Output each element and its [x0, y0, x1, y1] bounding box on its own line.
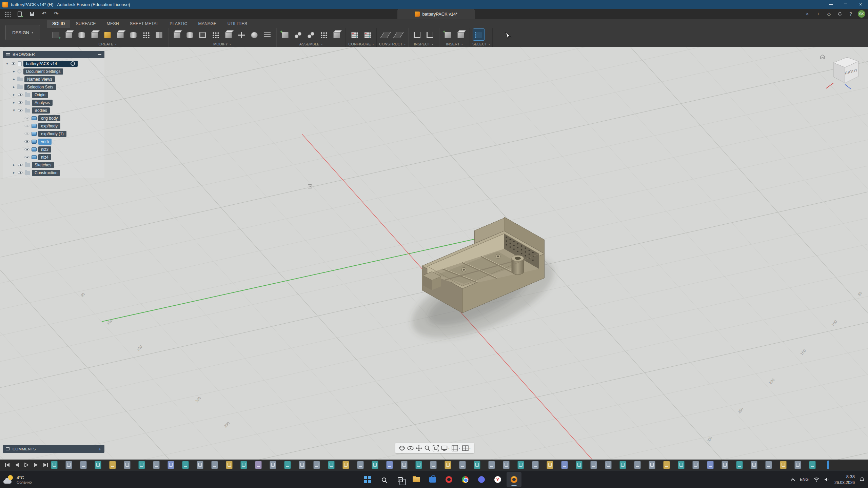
select-tool-icon[interactable]	[473, 29, 485, 40]
volume-icon[interactable]	[824, 477, 830, 482]
timeline-feature-fillet-28[interactable]	[445, 461, 451, 469]
tree-caret-icon[interactable]: ▾	[5, 61, 9, 66]
browser-item-construction[interactable]: ▸Construction	[3, 169, 104, 177]
timeline-feature-extrude-22[interactable]	[357, 461, 364, 469]
tree-caret-icon[interactable]: ▾	[12, 108, 16, 113]
battery-pack-model[interactable]	[401, 217, 565, 354]
timeline-feature-extrude-19[interactable]	[313, 461, 320, 469]
visibility-eye-icon[interactable]	[24, 147, 30, 152]
maximize-button[interactable]	[838, 0, 853, 9]
browser-item-niz4[interactable]: niz4	[3, 153, 104, 161]
section-analysis-icon[interactable]	[424, 29, 436, 40]
close-button[interactable]: ×	[853, 0, 868, 9]
visibility-eye-icon[interactable]	[17, 92, 23, 97]
timeline-feature-combine-24[interactable]	[386, 461, 393, 469]
item-label[interactable]: Document Settings	[23, 68, 63, 75]
group-label-modify[interactable]: MODIFY▾	[171, 41, 274, 47]
add-comment-icon[interactable]: +	[98, 446, 101, 452]
visibility-eye-icon[interactable]	[24, 139, 30, 144]
tab-mesh[interactable]: MESH	[102, 20, 124, 28]
timeline-feature-extrude-52[interactable]	[794, 461, 801, 469]
timeline-feature-fillet-43[interactable]	[663, 461, 670, 469]
timeline-feature-extrude-29[interactable]	[459, 461, 466, 469]
browser-item-sketches[interactable]: ▸Sketches	[3, 161, 104, 169]
timeline-feature-extrude-32[interactable]	[503, 461, 510, 469]
timeline-feature-extrude-11[interactable]	[197, 461, 203, 469]
shell-icon[interactable]	[197, 29, 209, 40]
search-button[interactable]	[376, 472, 391, 487]
extrude-icon[interactable]	[63, 29, 75, 40]
browser-item-analysis[interactable]: ▸Analysis	[3, 99, 104, 106]
timeline-feature-extrude-3[interactable]	[80, 461, 87, 469]
tree-caret-icon[interactable]: ▸	[12, 93, 16, 97]
browser-item-origin[interactable]: ▸Origin	[3, 91, 104, 99]
item-label[interactable]: Sketches	[32, 162, 54, 168]
insert-derive-icon[interactable]	[442, 29, 454, 40]
tree-caret-icon[interactable]: ▸	[12, 163, 16, 167]
go-to-end-button[interactable]	[42, 462, 49, 468]
tree-caret-icon[interactable]: ▸	[12, 69, 16, 74]
language-indicator[interactable]: ENG	[800, 477, 809, 482]
browser-item-named-views[interactable]: ▸Named Views	[3, 75, 104, 83]
item-label[interactable]: Named Views	[24, 76, 55, 82]
opera-button[interactable]	[441, 472, 456, 487]
measure-icon[interactable]	[411, 29, 423, 40]
document-tab[interactable]: batteryPACK v14*	[397, 9, 475, 19]
tab-solid[interactable]: SOLID	[47, 20, 70, 28]
timeline-position-marker[interactable]	[827, 461, 829, 469]
item-label[interactable]: exp/body	[38, 123, 60, 129]
go-to-start-button[interactable]	[4, 462, 11, 468]
group-label-inspect[interactable]: INSPECT▾	[411, 41, 436, 47]
visibility-eye-icon[interactable]	[11, 61, 16, 66]
timeline-feature-fillet-21[interactable]	[342, 461, 349, 469]
visibility-eye-icon[interactable]	[24, 123, 30, 128]
item-label[interactable]: verh	[38, 139, 52, 145]
timeline-feature-sketch-40[interactable]	[619, 461, 626, 469]
timeline-feature-sketch-1[interactable]	[51, 461, 58, 469]
save-button[interactable]	[27, 10, 37, 18]
visibility-eye-icon[interactable]	[24, 155, 30, 160]
help-button[interactable]: ?	[847, 10, 854, 18]
mirror-icon[interactable]	[153, 29, 165, 40]
view-cube[interactable]: RIGHT	[818, 52, 863, 92]
new-tab-button[interactable]: +	[814, 10, 822, 18]
display-settings-button[interactable]: ▾	[441, 445, 450, 451]
item-label[interactable]: Origin	[32, 92, 48, 98]
timeline-feature-extrude-27[interactable]	[430, 461, 437, 469]
joint-icon[interactable]	[292, 29, 304, 40]
timeline-feature-extrude-25[interactable]	[401, 461, 408, 469]
timeline-feature-combine-36[interactable]	[561, 461, 568, 469]
configuration-table-icon[interactable]	[349, 29, 360, 40]
rigid-group-icon[interactable]	[318, 29, 330, 40]
origin-point-marker[interactable]	[308, 184, 312, 188]
timeline-feature-fillet-35[interactable]	[547, 461, 553, 469]
play-button[interactable]	[23, 462, 30, 468]
insert-mesh-icon[interactable]	[455, 29, 467, 40]
press-pull-icon[interactable]	[171, 29, 183, 40]
close-document-button[interactable]: ×	[804, 10, 811, 18]
timeline-feature-extrude-34[interactable]	[532, 461, 539, 469]
chrome-button[interactable]	[458, 472, 473, 487]
group-label-select[interactable]: SELECT▾	[472, 41, 490, 47]
tray-chevron-icon[interactable]	[791, 478, 795, 483]
orbit-button[interactable]	[399, 445, 405, 451]
box-icon[interactable]	[115, 29, 126, 40]
discord-button[interactable]	[474, 472, 489, 487]
item-label[interactable]: Selection Sets	[24, 84, 56, 90]
home-icon[interactable]	[821, 55, 825, 59]
browser-header[interactable]: BROWSER	[3, 51, 104, 58]
pattern-icon[interactable]	[140, 29, 152, 40]
browser-item-exp-body-1[interactable]: exp/body (1)	[3, 130, 104, 138]
tree-caret-icon[interactable]: ▸	[12, 77, 16, 81]
browser-item-selection-sets[interactable]: ▸Selection Sets	[3, 83, 104, 91]
tree-caret-icon[interactable]: ▸	[12, 170, 16, 175]
group-label-assemble[interactable]: ASSEMBLE▾	[279, 41, 343, 47]
undo-button[interactable]: ↶	[39, 10, 49, 18]
timeline-feature-extrude-38[interactable]	[590, 461, 597, 469]
group-label-configure[interactable]: CONFIGURE▾	[348, 41, 374, 47]
item-label[interactable]: batteryPACK v14	[23, 61, 78, 67]
fit-button[interactable]	[433, 445, 439, 451]
extensions-button[interactable]: ◇	[825, 10, 833, 18]
visibility-eye-icon[interactable]	[24, 131, 30, 136]
browser-item-verh[interactable]: verh	[3, 138, 104, 145]
